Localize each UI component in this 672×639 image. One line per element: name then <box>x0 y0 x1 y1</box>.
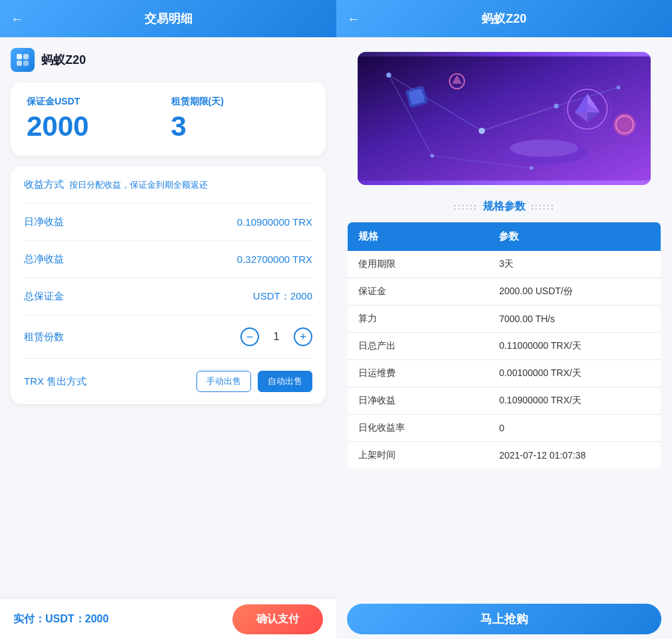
svg-point-16 <box>386 73 391 77</box>
deposit-period-item: 租赁期限(天) 3 <box>171 96 310 142</box>
specs-table-row: 日运维费0.00100000 TRX/天 <box>348 360 661 387</box>
svg-point-17 <box>430 154 434 158</box>
specs-table-row: 日净收益0.10900000 TRX/天 <box>348 387 661 415</box>
left-bottom-bar: 实付：USDT：2000 确认支付 <box>0 599 336 639</box>
specs-table-row: 日总产出0.11000000 TRX/天 <box>348 333 661 360</box>
buy-now-button[interactable]: 马上抢购 <box>347 604 661 634</box>
sell-manual-button[interactable]: 手动出售 <box>196 371 251 392</box>
actual-prefix: 实付： <box>13 613 45 624</box>
specs-param-cell: 0 <box>488 415 661 442</box>
svg-point-21 <box>617 86 621 90</box>
shares-label: 租赁份数 <box>24 331 64 343</box>
svg-rect-2 <box>17 61 22 66</box>
svg-point-20 <box>554 104 559 108</box>
specs-spec-cell: 算力 <box>348 306 489 333</box>
deposit-usdt-label: 保证金USDT <box>27 96 166 108</box>
specs-table-row: 日化收益率0 <box>348 415 661 442</box>
specs-param-cell: 2000.00 USDT/份 <box>488 278 661 306</box>
left-back-button[interactable]: ← <box>11 11 24 27</box>
left-header: ← 交易明细 <box>0 0 336 37</box>
info-row-shares: 租赁份数 − 1 + <box>24 316 312 359</box>
sell-auto-button[interactable]: 自动出售 <box>258 371 312 392</box>
deposit-usdt-item: 保证金USDT 2000 <box>27 96 166 142</box>
right-back-button[interactable]: ← <box>347 11 360 27</box>
specs-title: 规格参数 <box>347 200 661 214</box>
specs-table-row: 使用期限3天 <box>348 251 661 278</box>
info-row-profit-mode: 收益方式 按日分配收益，保证金到期全额返还 <box>24 166 312 204</box>
specs-param-cell: 3天 <box>488 251 661 278</box>
specs-param-cell: 0.10900000 TRX/天 <box>488 387 661 415</box>
total-deposit-label: 总保证金 <box>24 290 64 303</box>
shares-decrease-button[interactable]: − <box>240 327 259 346</box>
svg-point-19 <box>529 166 533 170</box>
profit-mode-label: 收益方式 <box>24 178 64 191</box>
confirm-payment-button[interactable]: 确认支付 <box>232 604 323 634</box>
specs-table: 规格 参数 使用期限3天保证金2000.00 USDT/份算力7000.00 T… <box>347 222 661 469</box>
deposit-period-value: 3 <box>171 110 310 142</box>
right-panel: ← 蚂蚁Z20 <box>336 0 672 639</box>
specs-spec-cell: 使用期限 <box>348 251 489 278</box>
svg-rect-0 <box>17 54 22 59</box>
specs-col2-header: 参数 <box>488 222 661 252</box>
svg-point-18 <box>479 128 485 134</box>
total-deposit-value: USDT：2000 <box>253 290 312 303</box>
deposit-period-label: 租赁期限(天) <box>171 96 310 108</box>
deposit-grid: 保证金USDT 2000 租赁期限(天) 3 <box>27 96 310 142</box>
total-profit-value: 0.32700000 TRX <box>237 254 312 265</box>
daily-profit-label: 日净收益 <box>24 216 64 228</box>
specs-spec-cell: 日总产出 <box>348 333 489 360</box>
deposit-usdt-value: 2000 <box>27 110 166 142</box>
specs-spec-cell: 保证金 <box>348 278 489 306</box>
brand-name: 蚂蚁Z20 <box>41 52 86 68</box>
svg-point-23 <box>509 140 578 157</box>
daily-profit-value: 0.10900000 TRX <box>237 216 312 228</box>
specs-table-row: 保证金2000.00 USDT/份 <box>348 278 661 306</box>
total-profit-label: 总净收益 <box>24 253 64 266</box>
sell-mode-buttons: 手动出售 自动出售 <box>196 371 312 392</box>
specs-spec-cell: 日化收益率 <box>348 415 489 442</box>
sell-mode-label: TRX 售出方式 <box>24 375 87 388</box>
specs-table-row: 算力7000.00 TH/s <box>348 306 661 333</box>
specs-param-cell: 0.00100000 TRX/天 <box>488 360 661 387</box>
svg-rect-1 <box>23 54 29 59</box>
right-header-title: 蚂蚁Z20 <box>482 11 526 27</box>
specs-table-header: 规格 参数 <box>348 222 661 252</box>
buy-btn-bar: 马上抢购 <box>336 599 672 639</box>
info-row-sell-mode: TRX 售出方式 手动出售 自动出售 <box>24 359 312 404</box>
product-banner <box>358 52 651 185</box>
svg-rect-3 <box>23 61 29 66</box>
specs-param-cell: 0.11000000 TRX/天 <box>488 333 661 360</box>
shares-increase-button[interactable]: + <box>294 327 312 346</box>
specs-spec-cell: 日净收益 <box>348 387 489 415</box>
specs-spec-cell: 日运维费 <box>348 360 489 387</box>
specs-param-cell: 7000.00 TH/s <box>488 306 661 333</box>
banner-container <box>336 37 672 192</box>
right-header: ← 蚂蚁Z20 <box>336 0 672 37</box>
profit-mode-note: 按日分配收益，保证金到期全额返还 <box>69 179 312 191</box>
info-row-total-profit: 总净收益 0.32700000 TRX <box>24 241 312 278</box>
left-content: 蚂蚁Z20 保证金USDT 2000 租赁期限(天) 3 收益方式 按日分配收益… <box>0 37 336 599</box>
actual-payment: 实付：USDT：2000 <box>13 612 109 626</box>
specs-spec-cell: 上架时间 <box>348 442 489 469</box>
shares-value: 1 <box>270 331 283 343</box>
brand-icon <box>11 48 35 72</box>
left-panel: ← 交易明细 蚂蚁Z20 保证金USDT 2000 <box>0 0 336 639</box>
shares-stepper: − 1 + <box>240 327 312 346</box>
deposit-card: 保证金USDT 2000 租赁期限(天) 3 <box>11 83 326 156</box>
specs-section: 规格参数 规格 参数 使用期限3天保证金2000.00 USDT/份算力7000… <box>336 192 672 599</box>
info-row-daily-profit: 日净收益 0.10900000 TRX <box>24 204 312 241</box>
actual-value: USDT：2000 <box>45 613 109 624</box>
specs-param-cell: 2021-07-12 01:07:38 <box>488 442 661 469</box>
specs-col1-header: 规格 <box>348 222 489 252</box>
brand-row: 蚂蚁Z20 <box>11 48 326 72</box>
left-header-title: 交易明细 <box>145 11 192 27</box>
info-row-total-deposit: 总保证金 USDT：2000 <box>24 278 312 316</box>
svg-point-35 <box>613 114 636 136</box>
specs-table-row: 上架时间2021-07-12 01:07:38 <box>348 442 661 469</box>
info-card: 收益方式 按日分配收益，保证金到期全额返还 日净收益 0.10900000 TR… <box>11 166 326 404</box>
